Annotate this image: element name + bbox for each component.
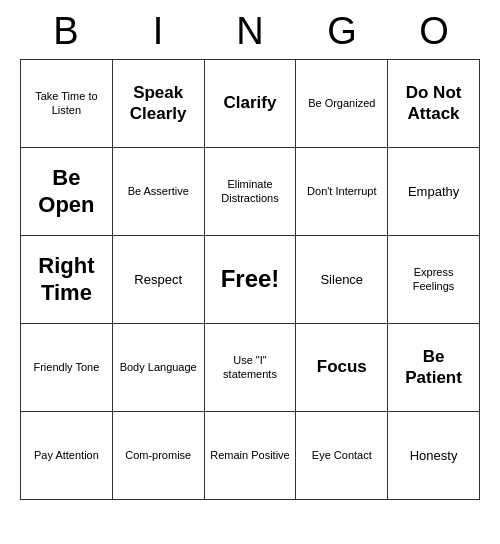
cell-r0-c1: Speak Clearly <box>112 60 204 148</box>
cell-r4-c1: Com-promise <box>112 412 204 500</box>
letter-n: N <box>210 10 290 53</box>
cell-r2-c2: Free! <box>204 236 296 324</box>
cell-r4-c2: Remain Positive <box>204 412 296 500</box>
cell-r1-c3: Don't Interrupt <box>296 148 388 236</box>
cell-r3-c1: Body Language <box>112 324 204 412</box>
cell-r3-c4: Be Patient <box>388 324 480 412</box>
bingo-grid: Take Time to ListenSpeak ClearlyClarifyB… <box>20 59 480 500</box>
cell-r2-c1: Respect <box>112 236 204 324</box>
cell-r3-c2: Use "I" statements <box>204 324 296 412</box>
cell-r3-c3: Focus <box>296 324 388 412</box>
letter-b: B <box>26 10 106 53</box>
cell-r2-c3: Silence <box>296 236 388 324</box>
cell-r3-c0: Friendly Tone <box>21 324 113 412</box>
cell-r4-c3: Eye Contact <box>296 412 388 500</box>
letter-o: O <box>394 10 474 53</box>
letter-i: I <box>118 10 198 53</box>
cell-r1-c1: Be Assertive <box>112 148 204 236</box>
cell-r1-c0: Be Open <box>21 148 113 236</box>
cell-r1-c4: Empathy <box>388 148 480 236</box>
cell-r2-c0: Right Time <box>21 236 113 324</box>
cell-r0-c4: Do Not Attack <box>388 60 480 148</box>
cell-r1-c2: Eliminate Distractions <box>204 148 296 236</box>
bingo-header: B I N G O <box>20 0 480 59</box>
cell-r0-c0: Take Time to Listen <box>21 60 113 148</box>
cell-r0-c3: Be Organized <box>296 60 388 148</box>
letter-g: G <box>302 10 382 53</box>
cell-r2-c4: Express Feelings <box>388 236 480 324</box>
cell-r0-c2: Clarify <box>204 60 296 148</box>
cell-r4-c0: Pay Attention <box>21 412 113 500</box>
cell-r4-c4: Honesty <box>388 412 480 500</box>
